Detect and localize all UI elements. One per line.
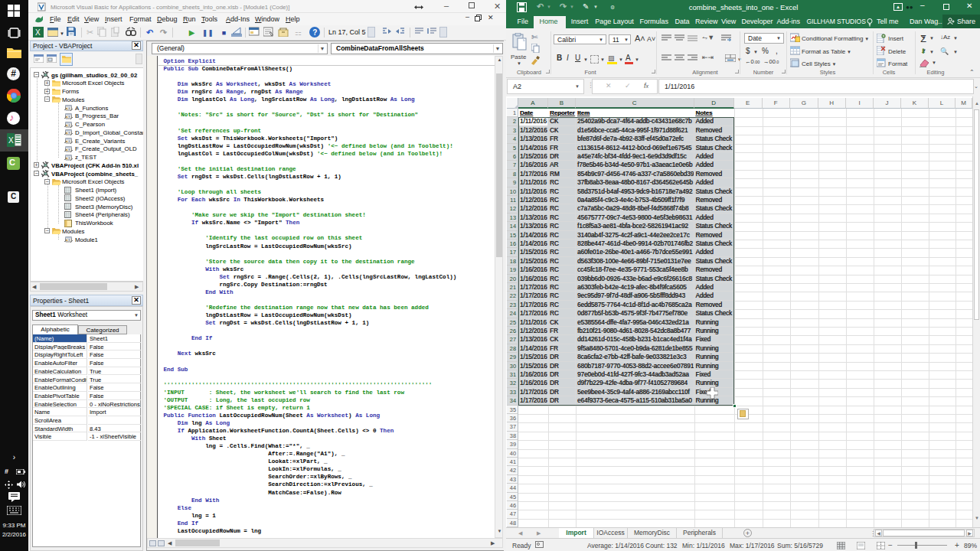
svg-text:?: ? bbox=[312, 28, 317, 37]
svg-text:X: X bbox=[8, 136, 14, 145]
svg-text:X: X bbox=[35, 28, 41, 37]
